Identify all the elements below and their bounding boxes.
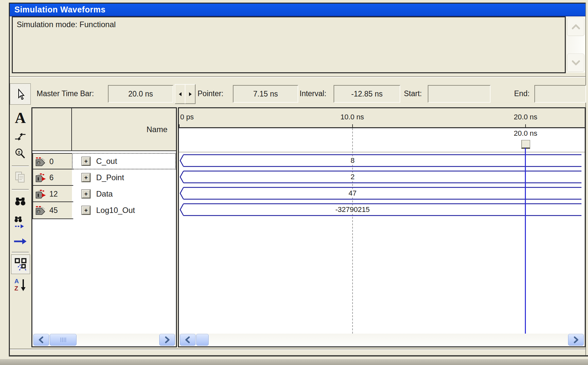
scroll-left-button[interactable] bbox=[180, 334, 196, 346]
name-column-header: Name bbox=[72, 108, 172, 150]
separator bbox=[10, 76, 585, 78]
master-time-bar-label: Master Time Bar: bbox=[37, 84, 94, 103]
cursor-arrow-icon bbox=[16, 89, 25, 100]
svg-text:o: o bbox=[38, 210, 40, 214]
bus-value: 2 bbox=[349, 173, 356, 181]
expand-button[interactable]: + bbox=[82, 173, 90, 182]
node-finder-button[interactable] bbox=[11, 254, 30, 274]
chevron-up-icon bbox=[571, 24, 581, 30]
sort-button[interactable]: A Z bbox=[10, 276, 31, 293]
signal-row[interactable]: 12+Data bbox=[32, 186, 176, 202]
end-field[interactable] bbox=[534, 85, 586, 103]
copy-icon bbox=[14, 171, 26, 184]
simulation-mode-text: Simulation mode: Functional bbox=[13, 17, 565, 29]
bus-waveform[interactable]: 47 bbox=[179, 186, 585, 202]
find-next-button[interactable] bbox=[10, 213, 31, 232]
name-panel-hscrollbar[interactable] bbox=[32, 334, 176, 345]
bus-waveform[interactable]: 2 bbox=[179, 169, 585, 186]
text-tool-button[interactable]: A bbox=[10, 109, 31, 128]
tick-label-20ns: 20.0 ns bbox=[514, 113, 537, 121]
expand-button[interactable]: + bbox=[82, 190, 90, 198]
separator bbox=[10, 349, 585, 350]
find-button[interactable] bbox=[10, 192, 31, 210]
signal-name-cell[interactable]: +Data bbox=[72, 186, 176, 202]
chevron-left-icon bbox=[38, 336, 44, 343]
selection-tool-button[interactable] bbox=[10, 83, 31, 105]
bus-outline bbox=[179, 153, 584, 169]
scroll-left-button[interactable] bbox=[33, 334, 49, 346]
signal-handle[interactable]: 6 bbox=[32, 169, 73, 186]
signal-index: 0 bbox=[49, 157, 54, 166]
zoom-tool-button[interactable]: ± bbox=[10, 145, 31, 162]
expand-button[interactable]: + bbox=[82, 206, 90, 215]
signal-row[interactable]: 6+D_Point bbox=[32, 169, 176, 186]
signal-index: 12 bbox=[49, 190, 58, 199]
input-group-icon bbox=[35, 189, 47, 199]
bus-value: -32790215 bbox=[333, 205, 372, 214]
waveform-edit-icon bbox=[14, 132, 26, 142]
scrollbar-thumb[interactable] bbox=[196, 334, 209, 346]
signal-name-cell[interactable]: +C_out bbox=[72, 153, 176, 169]
start-field[interactable] bbox=[428, 85, 491, 103]
signal-handle[interactable]: 12 bbox=[32, 185, 73, 203]
bus-outline bbox=[179, 186, 584, 202]
signal-handle[interactable]: o45 bbox=[32, 201, 73, 219]
chevron-left-icon bbox=[184, 336, 191, 343]
tick-mark bbox=[525, 124, 526, 127]
scroll-down-button[interactable] bbox=[567, 54, 584, 72]
output-group-icon: o bbox=[35, 205, 47, 215]
scrollbar-thumb[interactable] bbox=[50, 334, 77, 346]
signal-name-cell[interactable]: +D_Point bbox=[72, 169, 176, 186]
status-strip bbox=[0, 359, 588, 365]
svg-text:±: ± bbox=[18, 149, 20, 155]
signal-index: 6 bbox=[49, 173, 54, 182]
bus-value: 8 bbox=[349, 156, 356, 165]
svg-text:Z: Z bbox=[14, 285, 18, 292]
signal-rows: o0+C_out6+D_Point12+Datao45+Log10_Out bbox=[32, 153, 176, 218]
scroll-right-button[interactable] bbox=[159, 334, 175, 346]
copy-button-disabled[interactable] bbox=[10, 168, 31, 186]
chevron-right-icon bbox=[164, 336, 170, 343]
waveform-edit-tool-button[interactable] bbox=[10, 130, 31, 143]
pointer-field: 7.15 ns bbox=[233, 85, 298, 103]
interval-label: Interval: bbox=[300, 84, 326, 103]
bus-waveform[interactable]: -32790215 bbox=[179, 202, 585, 218]
scroll-right-button[interactable] bbox=[568, 334, 584, 346]
input-group-icon bbox=[35, 173, 47, 182]
text-tool-icon: A bbox=[15, 111, 26, 126]
separator bbox=[9, 355, 588, 356]
master-time-bar-handle[interactable] bbox=[521, 140, 530, 149]
svg-text:A: A bbox=[14, 278, 19, 285]
end-label: End: bbox=[514, 84, 529, 103]
master-time-bar-line[interactable] bbox=[525, 148, 526, 334]
window-title: Simulation Waveforms bbox=[10, 5, 106, 14]
binoculars-icon bbox=[14, 196, 26, 206]
expand-button[interactable]: + bbox=[82, 157, 90, 165]
zoom-magnifier-icon: ± bbox=[15, 148, 26, 160]
signal-name-cell[interactable]: +Log10_Out bbox=[72, 202, 176, 218]
signal-row[interactable]: o0+C_out bbox=[32, 153, 176, 169]
master-time-bar-field[interactable]: 20.0 ns bbox=[108, 85, 173, 103]
waveform-rows: 8247-32790215 bbox=[179, 153, 585, 218]
go-to-transition-button[interactable] bbox=[10, 235, 31, 247]
signal-name: D_Point bbox=[96, 173, 124, 182]
triangle-left-icon bbox=[178, 92, 182, 97]
signal-handle[interactable]: o0 bbox=[32, 153, 73, 170]
bus-value: 47 bbox=[347, 189, 358, 198]
triangle-right-icon bbox=[188, 92, 192, 97]
message-panel: Simulation mode: Functional bbox=[12, 16, 566, 73]
svg-text:o: o bbox=[38, 161, 40, 165]
timescale-header[interactable]: 0 ps 10.0 ns 20.0 ns bbox=[179, 108, 585, 128]
title-bar[interactable]: Simulation Waveforms bbox=[10, 4, 585, 16]
signal-name: Data bbox=[96, 189, 113, 199]
scroll-up-button[interactable] bbox=[567, 18, 584, 36]
pointer-label: Pointer: bbox=[198, 84, 223, 103]
message-panel-scrollbar[interactable] bbox=[566, 17, 585, 73]
sort-az-icon: A Z bbox=[14, 277, 27, 292]
master-time-bar-decrement-button[interactable] bbox=[175, 84, 185, 104]
master-time-bar-position-label: 20.0 ns bbox=[514, 129, 537, 138]
signal-row[interactable]: o45+Log10_Out bbox=[32, 202, 176, 218]
master-time-bar-increment-button[interactable] bbox=[185, 84, 196, 104]
waveform-hscrollbar[interactable] bbox=[179, 334, 585, 345]
bus-waveform[interactable]: 8 bbox=[179, 153, 585, 169]
